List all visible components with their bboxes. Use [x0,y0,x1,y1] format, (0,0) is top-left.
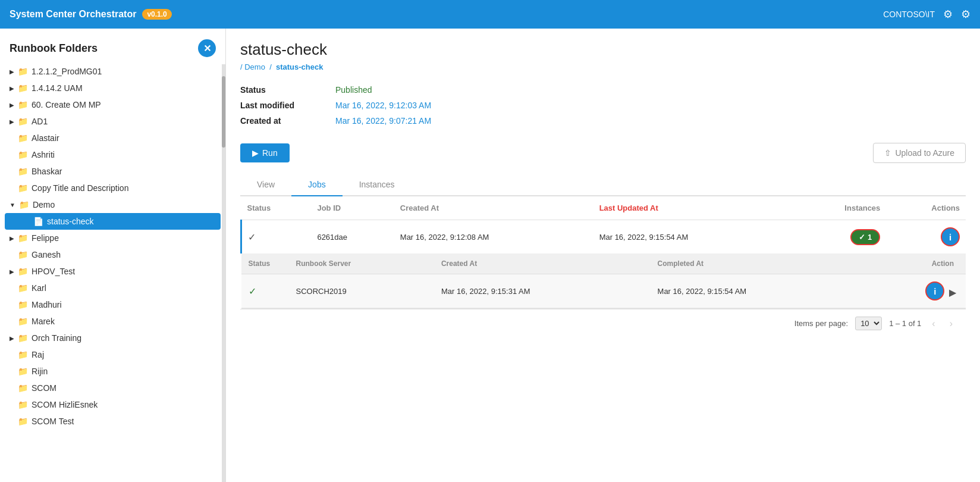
sidebar-item-label: Felippe [32,233,59,243]
sidebar-item-orch[interactable]: ▶ 📁 Orch Training [0,330,225,346]
expand-arrow-down-icon: ▼ [10,202,15,208]
sidebar-item-status-check[interactable]: 📄 status-check [5,213,221,230]
sidebar-item-label: SCOM HizliEsnek [32,400,98,409]
col-actions: Actions [886,196,966,220]
upload-icon: ⇧ [884,148,891,158]
sub-col-completed-at: Completed At [651,253,867,274]
sidebar-item-label: Ganesh [32,250,61,259]
last-modified-label: Last modified [240,98,335,113]
sidebar-item-alastair[interactable]: 📁 Alastair [0,130,225,146]
play-icon: ▶ [252,148,259,158]
sidebar-item-scom-hizli[interactable]: 📁 SCOM HizliEsnek [0,396,225,413]
folder-icon: 📁 [18,167,28,176]
folder-icon: 📁 [18,250,28,259]
instances-count: 1 [868,233,872,242]
sidebar-item-marek[interactable]: 📁 Marek [0,313,225,330]
sidebar-item-raj[interactable]: 📁 Raj [0,346,225,363]
sidebar-item-1414[interactable]: ▶ 📁 1.4.14.2 UAM [0,80,225,96]
instances-badge[interactable]: ✓ 1 [850,229,880,245]
sidebar-item-felippe[interactable]: ▶ 📁 Felippe [0,230,225,246]
actions-bar: ▶ Run ⇧ Upload to Azure [240,143,966,163]
sidebar-item-scom-test[interactable]: 📁 SCOM Test [0,413,225,430]
sub-col-status: Status [241,253,289,274]
upload-to-azure-button[interactable]: ⇧ Upload to Azure [873,143,966,163]
settings-icon[interactable]: ⚙ [943,8,953,21]
breadcrumb-demo[interactable]: / Demo [240,62,265,71]
items-per-page-select[interactable]: 10 25 50 [855,317,882,330]
sidebar-item-ad1[interactable]: ▶ 📁 AD1 [0,113,225,130]
sidebar-item-label: status-check [47,217,94,226]
meta-table: Status Published Last modified Mar 16, 2… [240,82,431,129]
sidebar-item-bhaskar[interactable]: 📁 Bhaskar [0,163,225,180]
folder-icon: 📁 [18,350,28,359]
run-btn-label: Run [262,148,278,158]
sidebar-item-label: 1.2.1.2_ProdMG01 [32,67,102,76]
sidebar-item-label: Raj [32,350,44,359]
sidebar-item-label: 60. Create OM MP [32,100,101,109]
sidebar-item-60[interactable]: ▶ 📁 60. Create OM MP [0,96,225,113]
sidebar-item-label: AD1 [32,117,48,126]
last-modified-value: Mar 16, 2022, 9:12:03 AM [335,98,431,113]
sidebar-item-ganesh[interactable]: 📁 Ganesh [0,246,225,263]
sidebar-item-label: Marek [32,317,55,326]
instance-info-button[interactable]: i [925,281,944,301]
sidebar-item-label: Madhuri [32,300,62,309]
sidebar-item-ashriti[interactable]: 📁 Ashriti [0,146,225,163]
sidebar-item-rijin[interactable]: 📁 Rijin [0,363,225,380]
job-actions: i [886,220,966,254]
tab-jobs[interactable]: Jobs [291,174,343,196]
pagination: Items per page: 10 25 50 1 – 1 of 1 ‹ › [240,309,966,337]
items-per-page-label: Items per page: [794,319,848,328]
cursor-icon: ▶ [949,287,956,298]
folder-icon: 📁 [18,117,28,126]
folder-icon: 📁 [18,300,28,309]
expand-arrow-icon: ▶ [10,268,14,275]
folder-icon: 📁 [18,67,28,76]
prev-page-button[interactable]: ‹ [928,317,938,330]
tabs-bar: View Jobs Instances [240,174,966,196]
sidebar-item-hpov[interactable]: ▶ 📁 HPOV_Test [0,263,225,280]
sidebar-item-label: Copy Title and Description [32,183,128,193]
sub-col-runbook-server: Runbook Server [289,253,434,274]
col-created-at: Created At [394,196,593,220]
job-instances: ✓ 1 [792,220,886,254]
sidebar-item-label: Demo [33,200,55,209]
sidebar-item-copy[interactable]: 📁 Copy Title and Description [0,180,225,196]
sidebar-item-1212[interactable]: ▶ 📁 1.2.1.2_ProdMG01 [0,63,225,80]
page-title: status-check [240,40,966,59]
sidebar-item-label: Ashriti [32,150,55,159]
created-at-label: Created at [240,113,335,129]
sidebar-item-demo[interactable]: ▼ 📁 Demo [0,196,225,213]
instance-check-icon: ✓ [249,286,256,296]
instance-row: ✓ SCORCH2019 Mar 16, 2022, 9:15:31 AM Ma… [241,274,966,308]
sidebar-scrollbar-thumb [222,76,225,148]
expand-arrow-icon: ▶ [10,68,14,75]
header-right: CONTOSO\IT ⚙ ⚙ [883,8,970,21]
sidebar-close-button[interactable]: ✕ [198,39,216,57]
instances-subtable: Status Runbook Server Created At Complet… [241,253,966,308]
header-user: CONTOSO\IT [883,10,935,19]
folder-icon: 📁 [18,317,28,326]
sidebar-scrollbar[interactable] [222,64,225,482]
table-row: ✓ 6261dae Mar 16, 2022, 9:12:08 AM Mar 1… [241,220,966,254]
content-area: status-check / Demo / status-check Statu… [226,29,980,482]
sidebar-item-scom[interactable]: 📁 SCOM [0,380,225,396]
job-info-button[interactable]: i [941,227,960,246]
gear-icon[interactable]: ⚙ [961,8,970,21]
run-button[interactable]: ▶ Run [240,143,290,162]
instance-runbook-server: SCORCH2019 [289,274,434,308]
tab-view[interactable]: View [240,174,291,196]
upload-btn-label: Upload to Azure [895,148,954,158]
col-instances: Instances [792,196,886,220]
sidebar-item-karl[interactable]: 📁 Karl [0,280,225,296]
folder-icon: 📁 [18,183,28,193]
sidebar-item-madhuri[interactable]: 📁 Madhuri [0,296,225,313]
next-page-button[interactable]: › [946,317,956,330]
col-last-updated: Last Updated At [593,196,793,220]
tab-instances[interactable]: Instances [343,174,412,196]
folder-icon: 📁 [18,333,28,343]
version-badge: v0.1.0 [142,9,171,20]
job-id: 6261dae [311,220,394,254]
folder-icon: 📁 [18,100,28,109]
folder-icon: 📁 [18,383,28,393]
